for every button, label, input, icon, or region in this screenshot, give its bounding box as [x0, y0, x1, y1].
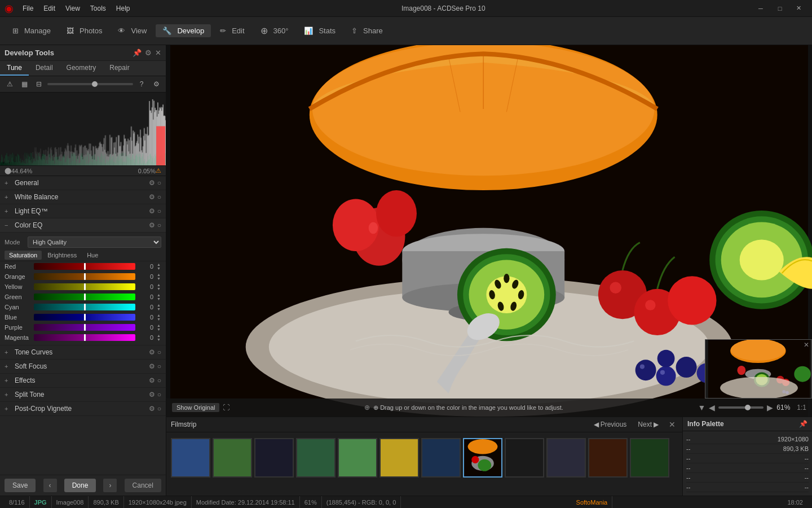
tab-detail[interactable]: Detail	[29, 61, 60, 76]
slider-spinner-blue[interactable]: ▲ ▼	[156, 313, 161, 321]
filmstrip-prev-button[interactable]: ◀ Previous	[590, 419, 630, 430]
subtab-saturation[interactable]: Saturation	[5, 251, 42, 260]
slider-spinner-cyan[interactable]: ▲ ▼	[156, 303, 161, 311]
spin-up-purple[interactable]: ▲	[156, 323, 161, 327]
spin-up-green[interactable]: ▲	[156, 293, 161, 297]
subtab-hue[interactable]: Hue	[82, 251, 103, 260]
filmstrip-thumb-6[interactable]	[421, 438, 461, 478]
filmstrip-images[interactable]	[166, 432, 682, 483]
filmstrip-thumb-8[interactable]	[505, 438, 544, 478]
settings-color-eq-icon[interactable]: ⚙	[149, 221, 155, 229]
slider-track-green[interactable]	[34, 294, 135, 300]
spin-down-magenta[interactable]: ▼	[156, 338, 161, 341]
circle-light-eq-icon[interactable]: ○	[157, 207, 161, 215]
slider-spinner-yellow[interactable]: ▲ ▼	[156, 283, 161, 291]
section-general[interactable]: + General ⚙ ○	[0, 176, 166, 190]
tab-repair[interactable]: Repair	[103, 61, 136, 76]
settings-soft-focus-icon[interactable]: ⚙	[149, 362, 155, 370]
spin-up-yellow[interactable]: ▲	[156, 283, 161, 287]
slider-spinner-purple[interactable]: ▲ ▼	[156, 323, 161, 331]
circle-wb-icon[interactable]: ○	[157, 193, 161, 201]
settings-icon[interactable]: ⚙	[145, 49, 152, 57]
filmstrip-thumb-5[interactable]	[379, 438, 419, 478]
filmstrip-next-button[interactable]: Next ▶	[634, 419, 662, 430]
minimize-button[interactable]: ─	[752, 3, 769, 14]
spin-up-red[interactable]: ▲	[156, 262, 161, 266]
app-icon[interactable]: ◉	[5, 2, 14, 15]
settings-general-icon[interactable]: ⚙	[149, 179, 155, 187]
slider-spinner-red[interactable]: ▲ ▼	[156, 262, 161, 270]
pin-icon[interactable]: 📌	[133, 49, 142, 57]
section-split-tone[interactable]: + Split Tone ⚙ ○	[0, 388, 166, 402]
toolbar-edit[interactable]: ✏ Edit	[213, 24, 251, 37]
next-nav-button[interactable]: ›	[103, 479, 117, 492]
zoom-down-icon[interactable]: ▼	[698, 403, 705, 412]
section-soft-focus[interactable]: + Soft Focus ⚙ ○	[0, 360, 166, 374]
menu-help[interactable]: Help	[112, 3, 135, 14]
close-button[interactable]: ✕	[791, 3, 807, 14]
histogram-icon[interactable]: ▦	[18, 78, 30, 90]
menu-edit[interactable]: Edit	[39, 3, 60, 14]
spin-up-orange[interactable]: ▲	[156, 273, 161, 277]
toolbar-360[interactable]: ⊕ 360°	[254, 23, 295, 38]
filmstrip-thumb-2[interactable]	[254, 438, 294, 478]
circle-tone-curves-icon[interactable]: ○	[157, 348, 161, 356]
tab-tune[interactable]: Tune	[0, 61, 29, 76]
subtab-brightness[interactable]: Brightness	[43, 251, 81, 260]
menu-tools[interactable]: Tools	[86, 3, 111, 14]
section-tone-curves[interactable]: + Tone Curves ⚙ ○	[0, 345, 166, 360]
section-white-balance[interactable]: + White Balance ⚙ ○	[0, 190, 166, 204]
panel-close-icon[interactable]: ✕	[155, 49, 161, 57]
filmstrip-thumb-0[interactable]	[171, 438, 210, 478]
mode-select[interactable]: High QualityStandard	[28, 237, 161, 248]
zoom-left-icon[interactable]: ◀	[709, 403, 715, 412]
mini-preview-close-icon[interactable]: ✕	[804, 341, 809, 349]
fullscreen-icon[interactable]: ⛶	[223, 404, 230, 411]
filmstrip-thumb-4[interactable]	[338, 438, 377, 478]
image-area[interactable]: Show Original ⛶ ⊕ ⊕ Drag up or down on t…	[166, 45, 812, 417]
slider-spinner-orange[interactable]: ▲ ▼	[156, 273, 161, 281]
panel-content[interactable]: + General ⚙ ○ + White Balance ⚙ ○ + Ligh	[0, 176, 166, 475]
zoom-right-icon[interactable]: ▶	[767, 403, 773, 412]
section-light-eq[interactable]: + Light EQ™ ⚙ ○	[0, 204, 166, 218]
color-eq-header[interactable]: − Color EQ ⚙ ○	[0, 218, 166, 233]
circle-color-eq-icon[interactable]: ○	[157, 221, 161, 229]
settings-light-eq-icon[interactable]: ⚙	[149, 207, 155, 215]
save-button[interactable]: Save	[5, 479, 36, 492]
question-icon[interactable]: ?	[135, 78, 148, 90]
section-post-crop[interactable]: + Post-Crop Vignette ⚙ ○	[0, 402, 166, 416]
toolbar-share[interactable]: ⇧ Share	[345, 24, 390, 37]
slider-track-blue[interactable]	[34, 314, 135, 321]
circle-soft-focus-icon[interactable]: ○	[157, 362, 161, 370]
spin-down-yellow[interactable]: ▼	[156, 287, 161, 291]
menu-file[interactable]: File	[18, 3, 38, 14]
exposure-slider[interactable]	[47, 83, 133, 85]
prev-nav-button[interactable]: ‹	[43, 479, 57, 492]
filmstrip-thumb-1[interactable]	[213, 438, 252, 478]
toolbar-view[interactable]: 👁 View	[111, 24, 153, 37]
filmstrip-thumb-10[interactable]	[588, 438, 628, 478]
spin-down-purple[interactable]: ▼	[156, 327, 161, 331]
maximize-button[interactable]: □	[771, 3, 788, 14]
filmstrip-close-icon[interactable]: ✕	[667, 420, 678, 429]
settings-effects-icon[interactable]: ⚙	[149, 376, 155, 384]
spin-down-orange[interactable]: ▼	[156, 277, 161, 281]
menu-view[interactable]: View	[61, 3, 85, 14]
slider-track-yellow[interactable]	[34, 283, 135, 290]
slider-track-magenta[interactable]	[34, 334, 135, 341]
settings-split-tone-icon[interactable]: ⚙	[149, 391, 155, 398]
zoom-slider[interactable]	[718, 406, 764, 409]
settings-tone-curves-icon[interactable]: ⚙	[149, 348, 155, 356]
settings-gear-icon[interactable]: ⚙	[150, 78, 162, 90]
filmstrip-thumb-3[interactable]	[296, 438, 336, 478]
slider-track-orange[interactable]	[34, 273, 135, 280]
circle-split-tone-icon[interactable]: ○	[157, 391, 161, 398]
spin-down-green[interactable]: ▼	[156, 297, 161, 301]
filmstrip-thumb-11[interactable]	[630, 438, 669, 478]
spin-up-cyan[interactable]: ▲	[156, 303, 161, 307]
filmstrip-thumb-7[interactable]	[463, 438, 502, 478]
toolbar-stats[interactable]: 📊 Stats	[297, 24, 342, 37]
settings-wb-icon[interactable]: ⚙	[149, 193, 155, 201]
settings-post-crop-icon[interactable]: ⚙	[149, 405, 155, 413]
circle-post-crop-icon[interactable]: ○	[157, 405, 161, 413]
